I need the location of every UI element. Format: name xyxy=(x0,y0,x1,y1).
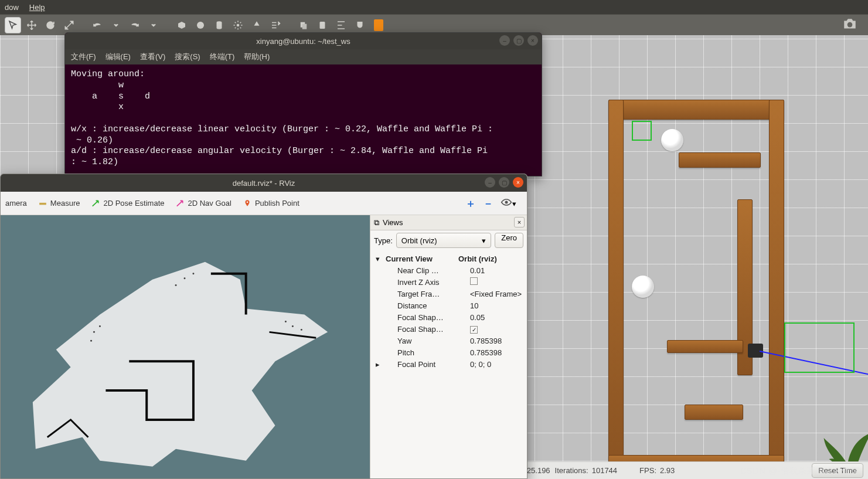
view-type-combo[interactable]: Orbit (rviz) ▾ xyxy=(396,233,491,248)
tree-row[interactable]: Target Fra…<Fixed Frame> xyxy=(374,288,523,300)
paste-tool[interactable] xyxy=(314,17,331,33)
sphere-shape[interactable] xyxy=(192,17,209,33)
svg-point-13 xyxy=(292,325,294,327)
rviz-maximize-icon[interactable]: ▢ xyxy=(499,177,509,188)
rviz-3d-view[interactable] xyxy=(1,215,370,478)
record-tool[interactable] xyxy=(374,19,383,31)
property-value[interactable]: ✓ xyxy=(470,325,523,334)
point-light[interactable] xyxy=(230,17,246,33)
svg-rect-6 xyxy=(39,202,46,205)
zero-button[interactable]: Zero xyxy=(495,233,523,248)
nav-goal-tool[interactable]: 2D Nav Goal xyxy=(176,199,231,208)
rviz-close-icon[interactable]: × xyxy=(513,177,523,188)
terminal-menubar[interactable]: 文件(F) 编辑(E) 查看(V) 搜索(S) 终端(T) 帮助(H) xyxy=(65,49,542,64)
tree-row[interactable]: Pitch0.785398 xyxy=(374,346,523,358)
property-key: Focal Shap… xyxy=(397,325,468,334)
iterations-label: Iterations: xyxy=(555,466,588,475)
property-value[interactable]: <Fixed Frame> xyxy=(470,290,523,298)
terminal-output[interactable]: Moving around: w a s d x w/x : increase/… xyxy=(65,64,542,176)
chevron-down-icon: ▾ xyxy=(482,236,486,245)
property-value[interactable]: 0.785398 xyxy=(470,348,523,357)
arrow-pink-icon xyxy=(176,199,184,208)
align-tool[interactable] xyxy=(333,17,349,33)
eye-icon[interactable]: ▾ xyxy=(501,198,516,208)
add-icon[interactable]: ＋ xyxy=(465,196,476,210)
property-value[interactable]: Orbit (rviz) xyxy=(458,254,523,263)
term-menu-edit[interactable]: 编辑(E) xyxy=(105,52,131,62)
term-menu-file[interactable]: 文件(F) xyxy=(71,52,96,62)
tree-arrow-icon: ▾ xyxy=(374,254,381,263)
box-shape[interactable] xyxy=(173,17,190,33)
views-title: Views xyxy=(383,218,403,227)
property-key: Focal Point xyxy=(397,360,468,369)
property-value[interactable] xyxy=(470,277,523,287)
scale-tool[interactable] xyxy=(61,17,77,33)
view-type-value: Orbit (rviz) xyxy=(401,236,437,245)
property-value[interactable]: 0; 0; 0 xyxy=(470,360,523,369)
checkbox[interactable]: ✓ xyxy=(470,326,478,334)
remove-icon[interactable]: － xyxy=(483,196,493,210)
rviz-title: default.rviz* - RViz xyxy=(233,179,295,188)
rotate-tool[interactable] xyxy=(42,17,59,33)
property-value[interactable]: 0.785398 xyxy=(470,337,523,345)
spot-light[interactable] xyxy=(249,17,265,33)
property-key: Invert Z Axis xyxy=(397,278,468,287)
svg-point-15 xyxy=(285,321,287,322)
tree-row[interactable]: Invert Z Axis xyxy=(374,276,523,288)
minimize-icon[interactable]: – xyxy=(499,35,510,46)
person-2 xyxy=(632,276,654,298)
rviz-minimize-icon[interactable]: – xyxy=(485,177,495,188)
measure-tool[interactable]: Measure xyxy=(39,199,80,208)
tree-arrow-icon: ▸ xyxy=(374,360,381,369)
undo-menu[interactable] xyxy=(108,17,124,33)
views-header[interactable]: ⧉ Views × xyxy=(370,215,527,230)
svg-rect-4 xyxy=(320,22,325,29)
tree-row[interactable]: Distance10 xyxy=(374,300,523,311)
redo-tool[interactable] xyxy=(127,17,143,33)
tree-row[interactable]: Focal Shap…0.05 xyxy=(374,311,523,323)
terminal-titlebar[interactable]: xinyang@ubuntu: ~/test_ws – ▢ × xyxy=(65,33,542,49)
redo-menu[interactable] xyxy=(145,17,162,33)
svg-rect-3 xyxy=(302,23,307,29)
gazebo-menubar[interactable]: dow Help xyxy=(0,0,868,14)
tree-row[interactable]: Focal Shap…✓ xyxy=(374,323,523,335)
menu-help[interactable]: Help xyxy=(29,3,45,12)
term-menu-view[interactable]: 查看(V) xyxy=(140,52,165,62)
copy-tool[interactable] xyxy=(295,17,312,33)
tree-row[interactable]: Yaw0.785398 xyxy=(374,335,523,346)
svg-point-0 xyxy=(197,22,204,29)
term-menu-search[interactable]: 搜索(S) xyxy=(175,52,200,62)
selection-box-1 xyxy=(784,322,855,373)
close-icon[interactable]: × xyxy=(527,35,538,46)
select-tool[interactable] xyxy=(5,17,21,33)
dock-icon[interactable]: ⧉ xyxy=(374,218,379,227)
tree-row[interactable]: Near Clip …0.01 xyxy=(374,264,523,276)
rviz-titlebar[interactable]: default.rviz* - RViz – ▢ × xyxy=(1,174,527,192)
checkbox[interactable] xyxy=(470,277,478,285)
term-menu-terminal[interactable]: 终端(T) xyxy=(210,52,235,62)
property-value[interactable]: 0.05 xyxy=(470,313,523,322)
cylinder-shape[interactable] xyxy=(211,17,227,33)
gazebo-scene xyxy=(608,100,784,475)
snap-tool[interactable] xyxy=(352,17,368,33)
property-value[interactable]: 0.01 xyxy=(470,266,523,275)
views-tree[interactable]: ▾Current ViewOrbit (rviz)Near Clip …0.01… xyxy=(370,250,527,478)
svg-marker-9 xyxy=(33,262,328,467)
tree-row[interactable]: ▸Focal Point0; 0; 0 xyxy=(374,358,523,370)
pose-estimate-tool[interactable]: 2D Pose Estimate xyxy=(91,199,164,208)
property-value[interactable]: 10 xyxy=(470,301,523,310)
translate-tool[interactable] xyxy=(23,17,40,33)
camera-tool[interactable]: amera xyxy=(5,199,27,208)
svg-point-1 xyxy=(237,23,240,26)
maximize-icon[interactable]: ▢ xyxy=(513,35,524,46)
screenshot-icon[interactable] xyxy=(842,18,857,32)
svg-point-16 xyxy=(93,331,95,333)
undo-tool[interactable] xyxy=(89,17,105,33)
directional-light[interactable] xyxy=(267,17,284,33)
term-menu-help[interactable]: 帮助(H) xyxy=(244,52,270,62)
menu-window[interactable]: dow xyxy=(5,3,19,12)
views-close-icon[interactable]: × xyxy=(514,217,525,227)
property-key: Focal Shap… xyxy=(397,313,468,322)
publish-point-tool[interactable]: Publish Point xyxy=(243,199,299,208)
tree-row[interactable]: ▾Current ViewOrbit (rviz) xyxy=(374,253,523,264)
